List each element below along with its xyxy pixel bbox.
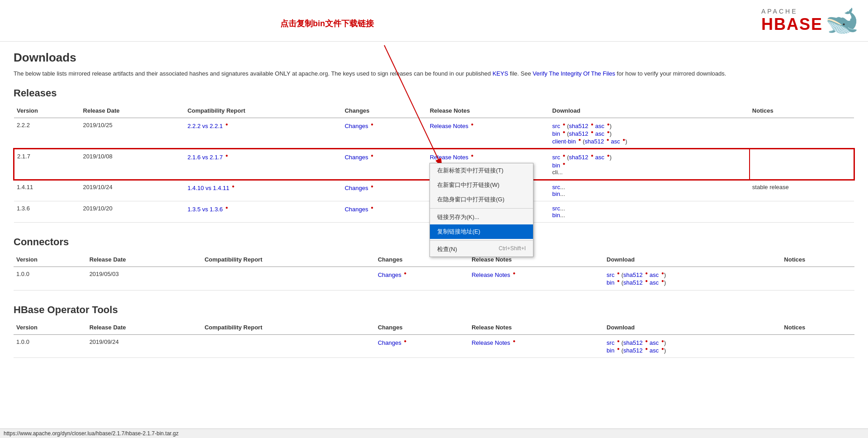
asc-bin-link[interactable]: asc	[595, 130, 604, 137]
date-cell: 2019/05/03	[87, 267, 202, 290]
context-menu-open-window[interactable]: 在新窗口中打开链接(W)	[430, 178, 533, 192]
download-cell: src ● (sha512 ● asc ●) bin ● cli...	[550, 149, 750, 180]
compat-cell	[202, 267, 375, 290]
sha512-cb-link[interactable]: sha512	[585, 138, 604, 145]
download-src: src ● (sha512 ● asc ●)	[607, 271, 778, 278]
col-release-date: Release Date	[87, 252, 202, 267]
release-notes-link[interactable]: Release Notes	[472, 339, 510, 346]
col-notices: Notices	[781, 252, 854, 267]
rn-dot: ●	[471, 153, 474, 158]
sha512-link[interactable]: sha512	[623, 271, 643, 278]
asc-link[interactable]: asc	[595, 123, 604, 129]
compat-cell: 1.3.5 vs 1.3.6 ●	[185, 201, 342, 223]
sha512-bin-link[interactable]: sha512	[623, 280, 643, 286]
col-notices: Notices	[781, 320, 854, 335]
context-menu-open-tab[interactable]: 在新标签页中打开链接(T)	[430, 163, 533, 178]
src-link[interactable]: src	[607, 271, 614, 278]
context-menu-open-incognito[interactable]: 在隐身窗口中打开链接(G)	[430, 192, 533, 207]
asc-bin-link[interactable]: asc	[650, 280, 659, 286]
col-version: Version	[14, 104, 80, 118]
intro-paragraph: The below table lists mirrored release a…	[14, 69, 854, 78]
col-release-notes: Release Notes	[427, 104, 550, 118]
notices-cell	[750, 149, 854, 180]
connectors-table: Version Release Date Compatibility Repor…	[14, 252, 854, 290]
sha512-bin-link[interactable]: sha512	[569, 130, 589, 137]
compat-link[interactable]: 1.4.10 vs 1.4.11	[188, 185, 230, 191]
sha512-link[interactable]: sha512	[569, 154, 589, 161]
asc-cb-link[interactable]: asc	[611, 138, 620, 145]
logo-hbase: HBASE	[761, 15, 823, 34]
download-bin: bin...	[552, 190, 747, 197]
compat-cell: 2.2.2 vs 2.2.1 ●	[185, 118, 342, 149]
download-cell: src ● (sha512 ● asc ●) bin ● (sha512 ● a…	[604, 267, 781, 290]
release-notes-link[interactable]: Release Notes	[430, 154, 468, 161]
version-cell: 1.0.0	[14, 334, 87, 358]
download-cell: src... bin...	[550, 180, 750, 201]
src-link[interactable]: src	[552, 205, 560, 212]
src-link[interactable]: src	[552, 123, 560, 129]
table-row: 2.2.2 2019/10/25 2.2.2 vs 2.2.1 ● Change…	[14, 118, 854, 149]
bin-link[interactable]: bin	[552, 130, 560, 137]
compat-link[interactable]: 2.1.6 vs 2.1.7	[188, 154, 223, 161]
version-cell: 2.1.7	[14, 149, 80, 180]
changes-link[interactable]: Changes	[344, 206, 368, 213]
changes-cell: Changes ●	[375, 334, 469, 358]
download-bin: bin ● (sha512 ● asc ●)	[607, 346, 778, 354]
context-menu-copy-link[interactable]: 复制链接地址(E)	[430, 224, 533, 239]
asc-link[interactable]: asc	[650, 271, 659, 278]
release-notes-link[interactable]: Release Notes	[430, 123, 468, 129]
col-changes: Changes	[375, 320, 469, 335]
src-link[interactable]: src	[552, 184, 560, 190]
logo: APACHE HBASE 🐋	[761, 5, 859, 37]
asc-link[interactable]: asc	[650, 339, 659, 346]
asc-bin-link[interactable]: asc	[650, 347, 659, 354]
release-notes-link[interactable]: Release Notes	[472, 271, 510, 278]
operator-tools-header: Version Release Date Compatibility Repor…	[14, 320, 854, 335]
context-menu-inspect[interactable]: 检查(N) Ctrl+Shift+I	[430, 242, 533, 257]
compat-link[interactable]: 1.3.5 vs 1.3.6	[188, 206, 223, 213]
changes-cell: Changes ●	[342, 180, 427, 201]
col-release-date: Release Date	[87, 320, 202, 335]
changes-link[interactable]: Changes	[378, 339, 401, 346]
changes-cell: Changes ●	[375, 267, 469, 290]
changes-dot: ●	[371, 153, 373, 158]
bin-link[interactable]: bin	[552, 212, 560, 219]
intro-mid-text: file. See	[510, 70, 531, 77]
changes-cell: Changes ●	[342, 149, 427, 180]
verify-link[interactable]: Verify The Integrity Of The Files	[533, 70, 615, 77]
date-cell: 2019/10/08	[80, 149, 185, 180]
notices-cell	[750, 118, 854, 149]
keys-link[interactable]: KEYS	[492, 70, 508, 77]
download-cell: src ● (sha512 ● asc ●) bin ● (sha512 ● a…	[604, 334, 781, 358]
compat-link[interactable]: 2.2.2 vs 2.2.1	[188, 123, 223, 129]
bin-link[interactable]: bin	[607, 347, 614, 354]
client-bin-link[interactable]: client-bin	[552, 138, 576, 145]
date-cell: 2019/10/20	[80, 201, 185, 223]
whale-icon: 🐋	[825, 5, 859, 37]
changes-cell: Changes ●	[342, 118, 427, 149]
asc-link[interactable]: asc	[595, 154, 604, 161]
bin-link[interactable]: bin	[607, 280, 614, 286]
intro-end-text: for how to verify your mirrored download…	[617, 70, 726, 77]
releases-table-header: Version Release Date Compatibility Repor…	[14, 104, 854, 118]
sha512-link[interactable]: sha512	[569, 123, 589, 129]
operator-tools-section-title: HBase Operator Tools	[14, 304, 854, 316]
changes-link[interactable]: Changes	[344, 185, 368, 191]
bin-link[interactable]: bin	[552, 190, 560, 197]
bin-link[interactable]: bin	[552, 162, 560, 169]
changes-link[interactable]: Changes	[378, 271, 401, 278]
sha512-bin-link[interactable]: sha512	[623, 347, 643, 354]
compat-cell: 2.1.6 vs 2.1.7 ●	[185, 149, 342, 180]
sha512-link[interactable]: sha512	[623, 339, 643, 346]
changes-link[interactable]: Changes	[344, 154, 368, 161]
col-version: Version	[14, 252, 87, 267]
col-compat: Compatibility Report	[202, 252, 375, 267]
download-cli: cli...	[552, 169, 746, 176]
context-menu-save-link[interactable]: 链接另存为(K)...	[430, 210, 533, 224]
src-link[interactable]: src	[552, 154, 560, 161]
src-link[interactable]: src	[607, 339, 614, 346]
changes-link[interactable]: Changes	[344, 123, 368, 129]
release-notes-cell: Release Notes ●	[427, 118, 550, 149]
download-cell: src... bin...	[550, 201, 750, 223]
operator-tools-table: Version Release Date Compatibility Repor…	[14, 320, 854, 358]
